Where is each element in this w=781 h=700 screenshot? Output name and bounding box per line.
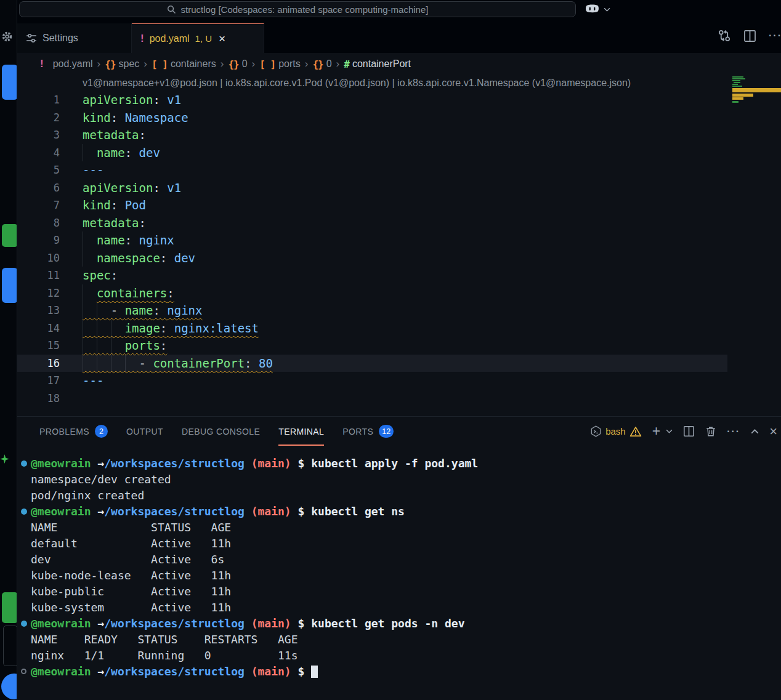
prompt-bullet-icon	[21, 669, 26, 674]
line-number: 4	[17, 144, 60, 162]
vscode-main-window: structlog [Codespaces: animated space co…	[17, 0, 781, 700]
code-line-7[interactable]: 7kind: Pod	[17, 196, 727, 214]
panel-tab-output[interactable]: OUTPUT	[126, 417, 163, 446]
terminal-cursor	[311, 666, 318, 678]
compare-changes-icon[interactable]	[718, 29, 731, 42]
breadcrumb-item-containers[interactable]: [ ]containers	[152, 58, 216, 70]
close-tab-icon[interactable]: ×	[217, 33, 227, 44]
code-line-3[interactable]: 3metadata:	[17, 126, 727, 144]
code-text: namespace: dev	[83, 249, 195, 267]
terminal-line: kube-public Active 11h	[17, 584, 781, 600]
more-actions-icon[interactable]: ···	[769, 31, 781, 41]
breadcrumb-label: 0	[326, 58, 332, 70]
split-terminal-icon[interactable]	[683, 425, 695, 437]
line-number: 7	[17, 196, 60, 214]
terminal-output[interactable]: @meowrain →/workspaces/structlog (main) …	[17, 446, 781, 680]
code-text: apiVersion: v1	[83, 179, 181, 197]
panel-tabs: PROBLEMS2OUTPUTDEBUG CONSOLETERMINALPORT…	[17, 417, 394, 446]
panel-tab-debug-console[interactable]: DEBUG CONSOLE	[182, 417, 260, 446]
close-panel-icon[interactable]: ×	[769, 425, 777, 438]
line-number: 13	[17, 302, 60, 320]
terminal-profile[interactable]: bash	[590, 425, 642, 437]
shell-name: bash	[605, 426, 626, 436]
panel-tab-ports[interactable]: PORTS12	[342, 417, 394, 446]
copilot-menu[interactable]	[585, 1, 610, 17]
breadcrumb-item-0[interactable]: {}0	[228, 58, 247, 70]
breadcrumb-item-spec[interactable]: {}spec	[105, 58, 139, 70]
code-line-13[interactable]: 13 - name: nginx	[17, 302, 727, 320]
schema-hint-codelens[interactable]: v1@namespace+v1@pod.json | io.k8s.api.co…	[17, 75, 781, 91]
code-line-2[interactable]: 2kind: Namespace	[17, 109, 727, 127]
breadcrumb-item-containerPort[interactable]: #containerPort	[344, 58, 411, 70]
breadcrumb-item-ports[interactable]: [ ]ports	[259, 58, 300, 70]
code-line-10[interactable]: 10 namespace: dev	[17, 249, 727, 267]
indent-guide	[83, 302, 83, 320]
chevron-down-icon	[604, 7, 610, 12]
code-line-9[interactable]: 9 name: nginx	[17, 231, 727, 249]
code-text: containers:	[83, 284, 174, 302]
editor-tab-bar: Settings ! pod.yaml 1, U × ···	[17, 18, 781, 53]
breadcrumb-separator: ›	[305, 58, 309, 70]
code-line-12[interactable]: 12 containers:	[17, 284, 727, 302]
line-number: 5	[17, 161, 60, 179]
indent-guide	[97, 337, 97, 355]
indent-guide	[83, 249, 83, 267]
tab-decoration: 1, U	[195, 33, 212, 44]
indent-guide	[83, 337, 83, 355]
line-number: 15	[17, 337, 60, 355]
code-line-8[interactable]: 8metadata:	[17, 214, 727, 232]
line-number: 17	[17, 372, 60, 390]
panel-tab-label: PORTS	[342, 427, 373, 436]
terminal-line: dev Active 6s	[17, 552, 781, 568]
breadcrumb-file[interactable]: pod.yaml	[53, 58, 93, 70]
line-number: 14	[17, 320, 60, 337]
code-line-17[interactable]: 17---	[17, 372, 727, 390]
split-editor-icon[interactable]	[743, 30, 756, 42]
code-line-4[interactable]: 4 name: dev	[17, 144, 727, 162]
maximize-panel-icon[interactable]	[751, 429, 759, 434]
panel-header: PROBLEMS2OUTPUTDEBUG CONSOLETERMINALPORT…	[17, 417, 781, 446]
line-number: 18	[17, 390, 60, 408]
panel-tab-label: PROBLEMS	[39, 427, 89, 436]
panel-tab-terminal[interactable]: TERMINAL	[278, 417, 324, 446]
tab-settings[interactable]: Settings	[17, 23, 132, 53]
editor-pane[interactable]: v1@namespace+v1@pod.json | io.k8s.api.co…	[17, 75, 781, 416]
terminal-line: default Active 11h	[17, 536, 781, 552]
settings-sliders-icon	[26, 33, 37, 44]
code-text: spec:	[83, 267, 118, 284]
code-line-15[interactable]: 15 ports:	[17, 337, 727, 355]
breadcrumb-label: containers	[171, 58, 216, 70]
number-icon: #	[344, 58, 349, 70]
code-line-5[interactable]: 5---	[17, 161, 727, 179]
code-line-14[interactable]: 14 image: nginx:latest	[17, 320, 727, 337]
editor-actions: ···	[718, 18, 781, 53]
code-line-6[interactable]: 6apiVersion: v1	[17, 179, 727, 197]
code-line-18[interactable]: 18	[17, 390, 727, 408]
code-line-11[interactable]: 11spec:	[17, 267, 727, 284]
breadcrumb-item-0[interactable]: {}0	[312, 58, 331, 70]
code-line-1[interactable]: 1apiVersion: v1	[17, 91, 727, 109]
terminal-line: kube-node-lease Active 11h	[17, 568, 781, 584]
panel-more-actions-icon[interactable]: ···	[727, 427, 740, 436]
terminal-line: @meowrain →/workspaces/structlog (main) …	[17, 456, 781, 472]
panel-tab-problems[interactable]: PROBLEMS2	[39, 417, 108, 446]
error-mark-icon: !	[140, 33, 144, 45]
tab-label: pod.yaml	[150, 33, 190, 44]
terminal-line: nginx 1/1 Running 0 11s	[17, 648, 781, 664]
minimap[interactable]	[731, 75, 781, 124]
command-center-search[interactable]: structlog [Codespaces: animated space co…	[19, 1, 576, 17]
background-fragment	[2, 268, 17, 303]
prompt-bullet-icon	[21, 461, 27, 467]
terminal-dropdown-icon[interactable]	[666, 429, 673, 433]
code-line-16[interactable]: 16 - containerPort: 80	[17, 355, 727, 372]
terminal-line: NAME STATUS AGE	[17, 520, 781, 536]
code-text: - name: nginx	[83, 302, 203, 320]
panel-tab-label: OUTPUT	[126, 427, 163, 436]
line-number: 6	[17, 179, 60, 197]
indent-guide	[83, 355, 83, 372]
breadcrumb-separator: ›	[252, 58, 256, 70]
tab-pod-yaml[interactable]: ! pod.yaml 1, U ×	[132, 23, 264, 53]
kill-terminal-icon[interactable]	[705, 425, 716, 437]
new-terminal-icon[interactable]: +	[652, 424, 660, 438]
vscode-window: structlog [Codespaces: animated space co…	[0, 0, 781, 700]
